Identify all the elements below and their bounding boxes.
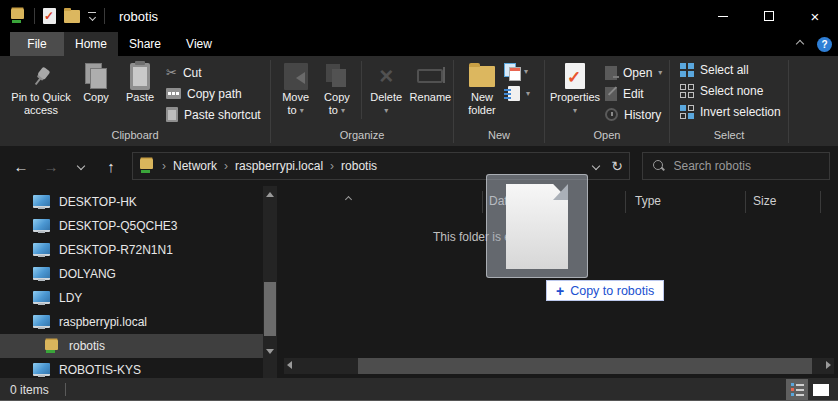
- minimize-icon: [718, 16, 728, 17]
- cut-button[interactable]: ✂ Cut: [162, 62, 261, 83]
- up-button[interactable]: ↑: [98, 153, 124, 179]
- address-dropdown-icon[interactable]: [592, 162, 600, 170]
- scroll-right-icon[interactable]: [826, 361, 831, 369]
- select-all-button[interactable]: Select all: [676, 59, 749, 80]
- tab-home[interactable]: Home: [64, 32, 118, 56]
- paste-button[interactable]: Paste: [118, 59, 162, 104]
- scrollbar-thumb[interactable]: [358, 358, 812, 374]
- computer-icon: [33, 219, 50, 233]
- collapse-ribbon-icon[interactable]: [796, 40, 804, 48]
- drag-tooltip-text: Copy to robotis: [570, 284, 654, 298]
- sidebar-item-desktop-q5qche3[interactable]: DESKTOP-Q5QCHE3: [0, 214, 263, 238]
- scroll-down-icon[interactable]: [266, 349, 274, 354]
- ribbon-group-open: Properties ▾ Open ▾ Edit Histo: [545, 56, 669, 146]
- invert-selection-button[interactable]: Invert selection: [676, 101, 781, 122]
- column-header-size[interactable]: Size: [753, 194, 776, 208]
- open-small-buttons: Open ▾ Edit History: [601, 59, 662, 125]
- content-area: DESKTOP-HK DESKTOP-Q5QCHE3 DESKTOP-R72N1…: [0, 186, 838, 378]
- breadcrumb-raspberrypi[interactable]: raspberrypi.local: [235, 159, 323, 173]
- select-none-icon: [680, 84, 694, 98]
- invert-selection-icon: [680, 105, 694, 119]
- computer-icon: [33, 363, 50, 377]
- tabrow-right: ?: [797, 32, 832, 56]
- close-button[interactable]: ×: [792, 0, 838, 32]
- column-divider[interactable]: [745, 191, 746, 213]
- tab-share[interactable]: Share: [118, 32, 172, 56]
- sidebar-item-desktop-hk[interactable]: DESKTOP-HK: [0, 190, 263, 214]
- sidebar-item-raspberrypi[interactable]: raspberrypi.local: [0, 310, 263, 334]
- divider: [34, 8, 35, 24]
- computer-icon: [33, 243, 50, 257]
- ribbon-group-clipboard: Pin to Quick access Copy Paste ✂ Cut: [0, 56, 270, 146]
- properties-icon: [565, 63, 585, 89]
- search-box[interactable]: [642, 152, 830, 180]
- new-folder-button[interactable]: New folder: [460, 59, 504, 117]
- history-button[interactable]: History: [601, 104, 662, 125]
- column-header-type[interactable]: Type: [635, 194, 661, 208]
- breadcrumb-robotis[interactable]: robotis: [341, 159, 377, 173]
- chevron-down-icon: ▾: [300, 104, 304, 117]
- column-divider[interactable]: [482, 191, 483, 213]
- window-controls: ×: [700, 0, 838, 32]
- thumbnail-view-button[interactable]: [810, 379, 832, 400]
- copy-to-button[interactable]: Copy to▾: [316, 59, 357, 117]
- tab-file[interactable]: File: [10, 32, 64, 56]
- maximize-button[interactable]: [746, 0, 792, 32]
- scrollbar-thumb[interactable]: [264, 282, 276, 336]
- sort-ascending-icon: [346, 191, 351, 205]
- new-folder-shortcut-icon[interactable]: [64, 10, 80, 23]
- divider: [65, 383, 66, 396]
- plus-icon: +: [556, 284, 564, 298]
- details-view-button[interactable]: [786, 379, 808, 400]
- easy-access-button[interactable]: ▾: [504, 86, 530, 101]
- search-input[interactable]: [674, 159, 819, 173]
- back-button[interactable]: ←: [8, 153, 34, 179]
- forward-button[interactable]: →: [38, 153, 64, 179]
- chevron-down-icon: ▾: [573, 104, 577, 117]
- open-button[interactable]: Open ▾: [601, 62, 662, 83]
- divider: [104, 8, 105, 24]
- sidebar-item-robotis[interactable]: robotis: [0, 334, 263, 358]
- breadcrumb-network[interactable]: Network: [173, 159, 217, 173]
- details-view-icon: [791, 383, 804, 396]
- view-toggles: [786, 379, 832, 400]
- refresh-icon[interactable]: ↻: [611, 158, 623, 174]
- column-divider[interactable]: [820, 191, 821, 213]
- network-folder-icon: [44, 339, 60, 354]
- copy-path-button[interactable]: Copy path: [162, 83, 261, 104]
- window-title: robotis: [119, 9, 158, 24]
- sidebar-item-ldy[interactable]: LDY: [0, 286, 263, 310]
- tab-view[interactable]: View: [172, 32, 226, 56]
- move-to-button[interactable]: Move to▾: [275, 59, 316, 117]
- column-divider[interactable]: [625, 191, 626, 213]
- pin-to-quick-access-button[interactable]: Pin to Quick access: [8, 59, 74, 117]
- sidebar-scrollbar[interactable]: [263, 186, 277, 378]
- minimize-button[interactable]: [700, 0, 746, 32]
- edit-button[interactable]: Edit: [601, 83, 662, 104]
- ribbon-separator: [788, 60, 789, 143]
- sidebar-item-dolyang[interactable]: DOLYANG: [0, 262, 263, 286]
- sidebar-item-desktop-r72n1n1[interactable]: DESKTOP-R72N1N1: [0, 238, 263, 262]
- properties-button[interactable]: Properties ▾: [549, 59, 601, 117]
- customize-qat-dropdown-icon[interactable]: [88, 12, 96, 20]
- sidebar-item-robotis-kys[interactable]: ROBOTIS-KYS: [0, 358, 263, 382]
- chevron-down-icon: ▾: [384, 104, 388, 117]
- recent-locations-button[interactable]: [68, 153, 94, 179]
- paste-shortcut-button[interactable]: Paste shortcut: [162, 104, 261, 125]
- item-count: 0 items: [10, 383, 49, 397]
- new-item-button[interactable]: ▾: [504, 63, 530, 79]
- scroll-left-icon[interactable]: [287, 361, 292, 369]
- delete-button[interactable]: × Delete ▾: [365, 59, 408, 117]
- scroll-up-icon[interactable]: [266, 192, 274, 197]
- properties-shortcut-icon[interactable]: [43, 8, 56, 24]
- help-icon[interactable]: ?: [817, 37, 832, 52]
- quick-access-toolbar: robotis: [0, 8, 158, 24]
- computer-icon: [33, 195, 50, 209]
- ribbon-group-select: Select all Select none Invert selection …: [670, 56, 788, 146]
- ribbon-group-organize: Move to▾ Copy to▾ × Delete ▾ Rename: [271, 56, 453, 146]
- copy-button[interactable]: Copy: [74, 59, 118, 104]
- horizontal-scrollbar[interactable]: [284, 358, 834, 374]
- rename-button[interactable]: Rename: [408, 59, 453, 104]
- select-none-button[interactable]: Select none: [676, 80, 763, 101]
- computer-icon: [33, 315, 50, 329]
